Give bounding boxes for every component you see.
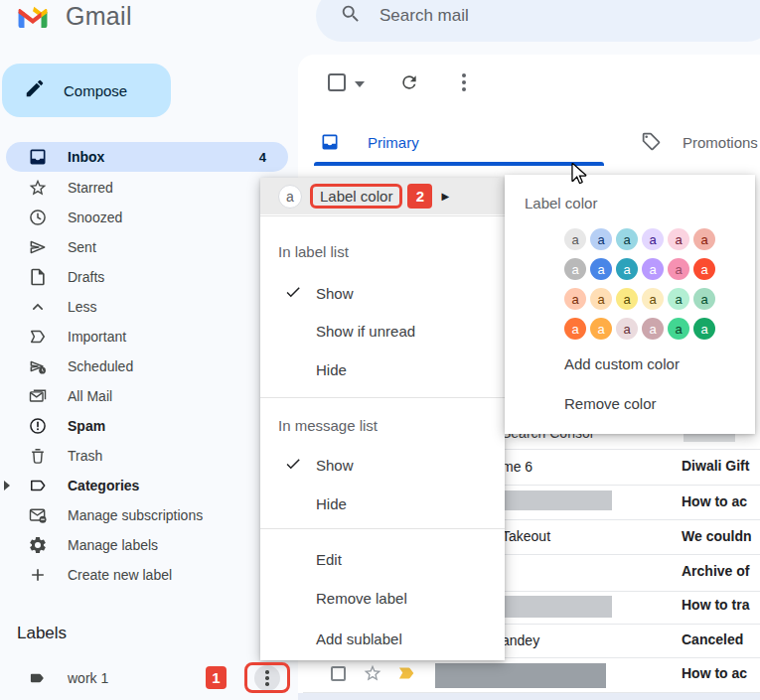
color-swatch[interactable]: a xyxy=(642,288,664,310)
sidebar-item-label: Sent xyxy=(68,239,96,255)
menu-divider xyxy=(260,528,505,529)
color-swatch[interactable]: a xyxy=(668,258,689,280)
sidebar-item-drafts[interactable]: Drafts xyxy=(6,262,288,292)
color-swatch[interactable]: a xyxy=(668,318,689,340)
important-icon xyxy=(28,327,48,347)
sidebar-item-categories[interactable]: Categories xyxy=(6,471,288,500)
gmail-logo-text: Gmail xyxy=(66,2,132,31)
color-swatch[interactable]: a xyxy=(642,258,664,280)
menu-item-show[interactable]: Show xyxy=(260,279,505,307)
expander-arrow-icon[interactable] xyxy=(4,481,10,490)
label-color-text: Label color xyxy=(310,184,402,209)
sidebar-item-create-new-label[interactable]: Create new label xyxy=(6,560,288,590)
color-swatch[interactable]: a xyxy=(642,228,664,250)
draft-icon xyxy=(28,267,48,287)
color-swatch[interactable]: a xyxy=(564,318,586,340)
annotation-badge-2: 2 xyxy=(407,184,432,209)
email-subject[interactable]: We couldn xyxy=(682,528,752,544)
color-swatch[interactable]: a xyxy=(668,288,689,310)
color-swatch[interactable]: a xyxy=(693,228,715,250)
search-bar[interactable] xyxy=(316,0,760,42)
star-icon xyxy=(28,178,48,198)
color-swatch[interactable]: a xyxy=(590,318,612,340)
clock-icon xyxy=(28,208,48,227)
color-swatch[interactable]: a xyxy=(616,228,638,250)
schedule-send-icon xyxy=(28,356,48,376)
color-swatch[interactable]: a xyxy=(564,258,586,280)
color-swatch[interactable]: a xyxy=(616,258,638,280)
email-sender: Takeout xyxy=(502,528,550,544)
labels-heading: Labels xyxy=(17,624,67,643)
gmail-m-icon xyxy=(16,4,50,30)
sidebar-item-sent[interactable]: Sent xyxy=(6,232,288,262)
search-input[interactable] xyxy=(380,6,678,26)
sidebar-item-label: Snoozed xyxy=(68,210,122,225)
sidebar-item-starred[interactable]: Starred xyxy=(6,173,288,203)
sidebar-item-snoozed[interactable]: Snoozed xyxy=(6,203,288,232)
search-icon[interactable] xyxy=(340,3,362,29)
sidebar-item-manage-subscriptions[interactable]: Manage subscriptions xyxy=(6,500,288,530)
email-subject[interactable]: Canceled xyxy=(682,631,743,647)
star-icon[interactable] xyxy=(363,663,382,687)
plus-icon xyxy=(28,565,48,585)
menu-item-label-color[interactable]: a Label color 2 ▶ xyxy=(260,178,505,214)
tab-promotions[interactable]: Promotions xyxy=(683,134,758,151)
sidebar-item-label: Manage subscriptions xyxy=(68,507,203,523)
redacted-sender xyxy=(500,596,612,618)
sidebar-item-label: Drafts xyxy=(68,269,104,285)
color-swatch[interactable]: a xyxy=(693,288,715,310)
sidebar-item-scheduled[interactable]: Scheduled xyxy=(6,351,288,381)
menu-item-hide[interactable]: Hide xyxy=(260,355,505,383)
menu-item-show-message-list[interactable]: Show xyxy=(260,451,505,479)
color-swatch[interactable]: a xyxy=(590,258,612,280)
more-options-icon[interactable] xyxy=(454,72,474,92)
sidebar-item-all-mail[interactable]: All Mail xyxy=(6,381,288,411)
select-all-checkbox[interactable] xyxy=(328,73,346,91)
sidebar-item-manage-labels[interactable]: Manage labels xyxy=(6,530,288,560)
primary-tab-icon xyxy=(320,132,340,156)
sidebar-item-trash[interactable]: Trash xyxy=(6,441,288,471)
menu-item-remove-label[interactable]: Remove label xyxy=(260,584,505,612)
menu-item-show-if-unread[interactable]: Show if unread xyxy=(260,317,505,345)
email-subject[interactable]: Diwali Gift xyxy=(682,458,749,474)
promotions-tag-icon xyxy=(641,131,662,156)
unread-count: 4 xyxy=(259,150,266,165)
gmail-app: Search Consol me 6 Diwali Gift How to ac… xyxy=(0,0,760,700)
chevron-up-icon xyxy=(28,297,48,317)
menu-item-remove-color[interactable]: Remove color xyxy=(564,395,657,412)
color-swatch[interactable]: a xyxy=(564,228,586,250)
email-subject[interactable]: How to ac xyxy=(682,493,747,509)
email-subject[interactable]: Archive of xyxy=(682,563,749,579)
sidebar-item-label: Starred xyxy=(68,180,113,196)
color-swatch[interactable]: a xyxy=(642,318,664,340)
menu-item-edit[interactable]: Edit xyxy=(260,545,505,573)
menu-item-add-sublabel[interactable]: Add sublabel xyxy=(260,625,505,652)
color-swatch[interactable]: a xyxy=(590,288,612,310)
select-dropdown-caret[interactable] xyxy=(355,81,365,87)
color-swatch[interactable]: a xyxy=(668,228,689,250)
color-swatch-grid: a a a a a a a a a a a a a a a a a a a a … xyxy=(564,228,719,340)
sidebar-item-label: Important xyxy=(68,329,126,345)
email-subject[interactable]: How to tra xyxy=(682,597,749,613)
color-swatch[interactable]: a xyxy=(693,258,715,280)
refresh-icon[interactable] xyxy=(399,72,419,96)
compose-button[interactable]: Compose xyxy=(2,64,171,117)
sidebar-item-inbox[interactable]: Inbox 4 xyxy=(6,142,288,172)
label-icon xyxy=(28,476,48,495)
unsubscribe-icon xyxy=(28,505,48,525)
color-swatch[interactable]: a xyxy=(590,228,612,250)
sidebar-item-less[interactable]: Less xyxy=(6,292,288,322)
color-swatch[interactable]: a xyxy=(564,288,586,310)
menu-item-add-custom-color[interactable]: Add custom color xyxy=(564,355,680,372)
color-swatch[interactable]: a xyxy=(616,318,638,340)
read-email-row[interactable] xyxy=(298,693,760,700)
email-checkbox[interactable] xyxy=(331,666,346,681)
sidebar-item-spam[interactable]: Spam xyxy=(6,411,288,441)
menu-item-hide-message-list[interactable]: Hide xyxy=(260,490,505,517)
email-subject[interactable]: How to ac xyxy=(682,665,747,681)
color-swatch[interactable]: a xyxy=(693,318,715,340)
important-marker-icon[interactable] xyxy=(398,666,416,684)
sidebar-item-important[interactable]: Important xyxy=(6,322,288,351)
tab-primary[interactable]: Primary xyxy=(368,134,419,151)
color-swatch[interactable]: a xyxy=(616,288,638,310)
